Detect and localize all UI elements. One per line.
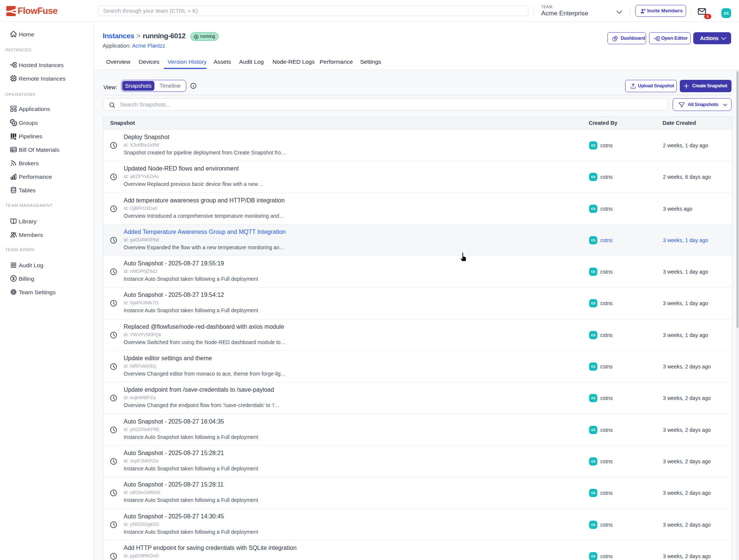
svg-text:$: $ [12, 277, 15, 281]
